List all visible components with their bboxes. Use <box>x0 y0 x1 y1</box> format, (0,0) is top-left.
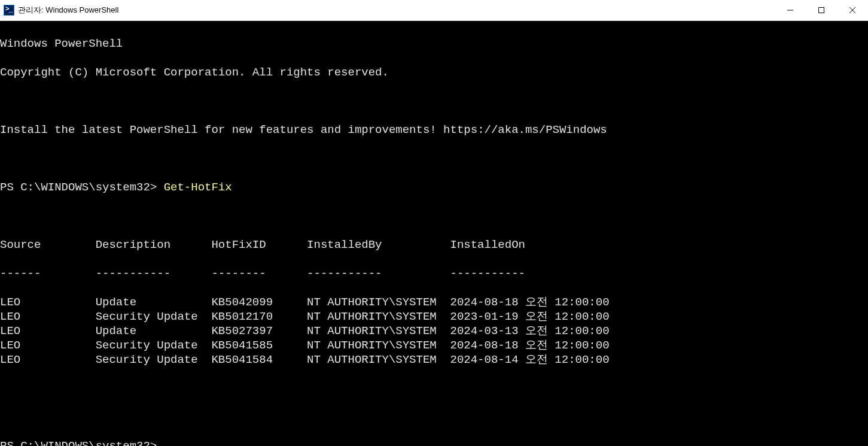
maximize-icon <box>818 7 825 14</box>
cell-installedby: NT AUTHORITY\SYSTEM <box>307 324 450 338</box>
command-text: Get-HotFix <box>164 181 232 194</box>
cell-installedon: 2024-08-18 오전 12:00:00 <box>450 338 868 353</box>
table-row: LEOSecurity UpdateKB5041585NT AUTHORITY\… <box>0 338 868 353</box>
terminal[interactable]: Windows PowerShell Copyright (C) Microso… <box>0 21 868 446</box>
cell-installedon: 2023-01-19 오전 12:00:00 <box>450 310 868 324</box>
divider-installedby: ----------- <box>307 266 450 281</box>
minimize-icon <box>787 7 794 14</box>
window-controls <box>775 0 868 20</box>
blank-line <box>0 151 868 166</box>
table-body: LEOUpdateKB5042099NT AUTHORITY\SYSTEM202… <box>0 295 868 367</box>
cell-description: Security Update <box>96 310 212 324</box>
titlebar[interactable]: 관리자: Windows PowerShell <box>0 0 868 21</box>
cell-description: Security Update <box>96 353 212 367</box>
header-line: Windows PowerShell <box>0 37 868 51</box>
cell-hotfixid: KB5027397 <box>211 324 307 338</box>
cell-installedon: 2024-08-14 오전 12:00:00 <box>450 353 868 367</box>
copyright-line: Copyright (C) Microsoft Corporation. All… <box>0 65 868 80</box>
cell-description: Security Update <box>96 338 212 353</box>
divider-source: ------ <box>0 266 96 281</box>
table-row: LEOSecurity UpdateKB5012170NT AUTHORITY\… <box>0 310 868 324</box>
header-installedon: InstalledOn <box>450 238 868 252</box>
header-description: Description <box>96 238 212 252</box>
cell-description: Update <box>96 295 212 310</box>
divider-hotfixid: -------- <box>211 266 307 281</box>
maximize-button[interactable] <box>806 0 837 20</box>
table-divider-row: ----------------------------------------… <box>0 266 868 281</box>
prompt-text: PS C:\WINDOWS\system32> <box>0 439 164 446</box>
cell-installedby: NT AUTHORITY\SYSTEM <box>307 310 450 324</box>
divider-installedon: ----------- <box>450 266 868 281</box>
prompt-line-2: PS C:\WINDOWS\system32> <box>0 439 868 446</box>
header-source: Source <box>0 238 96 252</box>
install-message: Install the latest PowerShell for new fe… <box>0 123 868 137</box>
blank-line <box>0 94 868 108</box>
cell-installedon: 2024-08-18 오전 12:00:00 <box>450 295 868 310</box>
table-row: LEOSecurity UpdateKB5041584NT AUTHORITY\… <box>0 353 868 367</box>
cell-source: LEO <box>0 338 96 353</box>
cell-hotfixid: KB5012170 <box>211 310 307 324</box>
cell-source: LEO <box>0 324 96 338</box>
prompt-line-1: PS C:\WINDOWS\system32> Get-HotFix <box>0 180 868 195</box>
cell-description: Update <box>96 324 212 338</box>
cell-installedby: NT AUTHORITY\SYSTEM <box>307 353 450 367</box>
table-header-row: SourceDescriptionHotFixIDInstalledByInst… <box>0 238 868 252</box>
blank-line <box>0 209 868 223</box>
divider-description: ----------- <box>96 266 212 281</box>
powershell-icon <box>4 5 14 16</box>
cell-installedby: NT AUTHORITY\SYSTEM <box>307 338 450 353</box>
cell-installedby: NT AUTHORITY\SYSTEM <box>307 295 450 310</box>
cell-source: LEO <box>0 353 96 367</box>
blank-line <box>0 410 868 424</box>
minimize-button[interactable] <box>775 0 806 20</box>
close-button[interactable] <box>837 0 868 20</box>
svg-rect-1 <box>819 8 824 13</box>
titlebar-left: 관리자: Windows PowerShell <box>4 5 118 16</box>
cell-hotfixid: KB5042099 <box>211 295 307 310</box>
cell-installedon: 2024-03-13 오전 12:00:00 <box>450 324 868 338</box>
cell-hotfixid: KB5041584 <box>211 353 307 367</box>
prompt-text: PS C:\WINDOWS\system32> <box>0 181 164 194</box>
close-icon <box>849 7 856 14</box>
cell-source: LEO <box>0 295 96 310</box>
table-row: LEOUpdateKB5027397NT AUTHORITY\SYSTEM202… <box>0 324 868 338</box>
cell-source: LEO <box>0 310 96 324</box>
header-installedby: InstalledBy <box>307 238 450 252</box>
cell-hotfixid: KB5041585 <box>211 338 307 353</box>
header-hotfixid: HotFixID <box>211 238 307 252</box>
blank-line <box>0 381 868 396</box>
window-title: 관리자: Windows PowerShell <box>18 5 118 16</box>
table-row: LEOUpdateKB5042099NT AUTHORITY\SYSTEM202… <box>0 295 868 310</box>
